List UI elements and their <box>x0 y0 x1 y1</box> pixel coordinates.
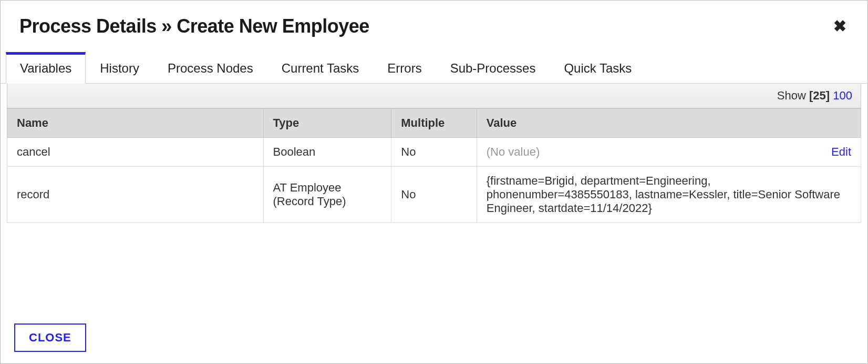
tab-process-nodes[interactable]: Process Nodes <box>153 52 267 84</box>
show-label: Show <box>777 89 806 102</box>
dialog-footer: CLOSE <box>1 312 867 363</box>
tab-variables[interactable]: Variables <box>6 52 86 84</box>
tabs-bar: Variables History Process Nodes Current … <box>1 52 867 84</box>
col-header-value: Value <box>477 109 861 138</box>
cell-type: AT Employee (Record Type) <box>263 167 391 223</box>
col-header-name: Name <box>7 109 264 138</box>
cell-multiple: No <box>391 138 477 167</box>
col-header-multiple: Multiple <box>391 109 477 138</box>
cell-type: Boolean <box>263 138 391 167</box>
table-row: cancel Boolean No (No value) Edit <box>7 138 861 167</box>
table-header-row: Name Type Multiple Value <box>7 109 861 138</box>
cell-value: (No value) Edit <box>477 138 861 167</box>
tab-label: Process Nodes <box>168 61 253 75</box>
tab-label: Variables <box>20 61 71 75</box>
cell-name: cancel <box>7 138 264 167</box>
tab-label: Sub-Processes <box>450 61 536 75</box>
tab-label: History <box>100 61 139 75</box>
pager-current: [25] <box>809 89 830 102</box>
tab-current-tasks[interactable]: Current Tasks <box>267 52 374 84</box>
tab-label: Quick Tasks <box>564 61 632 75</box>
tab-label: Current Tasks <box>282 61 359 75</box>
col-header-type: Type <box>263 109 391 138</box>
value-text: {firstname=Brigid, department=Engineerin… <box>487 174 840 215</box>
tab-sub-processes[interactable]: Sub-Processes <box>436 52 550 84</box>
cell-name: record <box>7 167 264 223</box>
cell-value: {firstname=Brigid, department=Engineerin… <box>477 167 861 223</box>
table-row: record AT Employee (Record Type) No {fir… <box>7 167 861 223</box>
pager-option-100[interactable]: 100 <box>833 89 852 102</box>
value-text: (No value) <box>487 145 540 158</box>
edit-link[interactable]: Edit <box>831 145 851 159</box>
variables-table: Name Type Multiple Value cancel Boolean … <box>7 108 861 223</box>
tab-quick-tasks[interactable]: Quick Tasks <box>550 52 646 84</box>
close-icon[interactable]: ✖ <box>831 16 849 36</box>
dialog-title: Process Details » Create New Employee <box>19 15 369 37</box>
pager-bar: Show [25] 100 <box>7 84 861 108</box>
cell-multiple: No <box>391 167 477 223</box>
tab-label: Errors <box>387 61 421 75</box>
tab-content: Show [25] 100 Name Type Multiple Value c… <box>1 84 867 312</box>
process-details-dialog: Process Details » Create New Employee ✖ … <box>0 0 868 364</box>
close-button[interactable]: CLOSE <box>14 323 86 352</box>
tab-errors[interactable]: Errors <box>373 52 436 84</box>
tab-history[interactable]: History <box>86 52 153 84</box>
dialog-header: Process Details » Create New Employee ✖ <box>1 1 867 52</box>
